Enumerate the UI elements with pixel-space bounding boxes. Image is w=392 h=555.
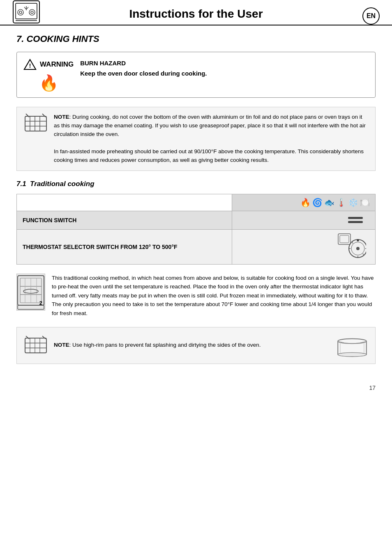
note-icon-1 [23,113,48,134]
mode-icon-2: 🌀 [312,198,323,207]
subsection-heading: 7.1 Traditional cooking [16,180,376,188]
warning-main-text: Keep the oven door closed during cooking… [80,70,207,77]
cooking-step-number: 2 [39,299,42,307]
warning-hazard: BURN HAZARD [80,60,207,67]
brand-logo [12,0,41,25]
language-badge: EN [362,7,380,25]
svg-line-30 [363,253,364,255]
note-utensil-icon [24,335,48,356]
switch-line-1 [348,217,363,219]
svg-point-6 [31,11,33,14]
cooking-mode-icons: 🔥 🌀 🐟 🌡️ ❄️ 🍽️ [237,198,370,207]
cooking-description: 2 This traditional cooking method, in wh… [16,274,376,318]
switch-line-2 [348,221,363,223]
warning-left: ! WARNING 🔥 [23,59,74,91]
thermostat-label: THERMOSTAT SELECTOR SWITCH FROM 120° TO … [17,229,232,264]
svg-line-9 [27,7,28,9]
svg-rect-21 [340,235,349,243]
svg-rect-1 [16,3,37,19]
page-number: 17 [0,380,392,395]
svg-rect-12 [25,116,46,131]
note2-right: NOTE: Use high-rim pans to prevent fat s… [54,333,369,358]
warning-content: BURN HAZARD Keep the oven door closed du… [80,59,207,77]
function-switch-row: FUNCTION SWITCH [17,211,376,229]
function-table: 🔥 🌀 🐟 🌡️ ❄️ 🍽️ FUNCTION SWITCH [16,194,376,265]
svg-line-8 [24,7,26,9]
warning-box: ! WARNING 🔥 BURN HAZARD Keep the oven do… [16,52,376,98]
thermostat-row: THERMOSTAT SELECTOR SWITCH FROM 120° TO … [17,229,376,264]
note-icon-2 [23,335,48,356]
flame-icon: 🔥 [39,75,58,91]
icons-row: 🔥 🌀 🐟 🌡️ ❄️ 🍽️ [17,194,376,211]
svg-point-31 [357,239,359,241]
note-box-2: NOTE: Use high-rim pans to prevent fat s… [16,327,376,364]
warning-triangle-icon: ! [23,59,37,70]
svg-point-24 [356,247,360,250]
mode-icon-1: 🔥 [300,198,311,207]
note-box-1: NOTE: During cooking, do not cover the b… [16,107,376,171]
svg-point-50 [338,339,367,343]
mode-icon-4: 🌡️ [336,198,346,207]
thermostat-knob-icon [337,233,370,260]
page-title: Instructions for the User [129,7,263,21]
note-text-1: NOTE: During cooking, do not cover the b… [54,113,369,165]
cooking-desc-text: This traditional cooking method, in whic… [52,274,376,318]
function-switch-label: FUNCTION SWITCH [17,211,232,229]
mode-icon-3: 🐟 [324,198,334,207]
function-switch-lines [238,217,369,223]
page-header: Instructions for the User EN [0,0,392,25]
utensil-icon [23,113,48,134]
svg-line-29 [352,242,353,244]
mode-icon-6: 🍽️ [360,198,370,207]
svg-point-3 [18,9,23,15]
note2-text: NOTE: Use high-rim pans to prevent fat s… [54,341,326,350]
svg-text:!: ! [29,62,31,69]
warning-label: ! WARNING [23,59,74,70]
svg-rect-0 [13,1,39,23]
svg-point-4 [19,11,22,14]
section-heading: 7. COOKING HINTS [16,34,376,44]
mode-icon-5: ❄️ [348,198,358,207]
svg-point-5 [29,9,35,15]
svg-point-53 [339,353,366,356]
pan-icon [336,333,369,358]
page-content: 7. COOKING HINTS ! WARNING 🔥 BURN HAZARD… [0,25,392,380]
oven-icon: 2 [16,274,45,311]
svg-rect-41 [25,338,46,353]
